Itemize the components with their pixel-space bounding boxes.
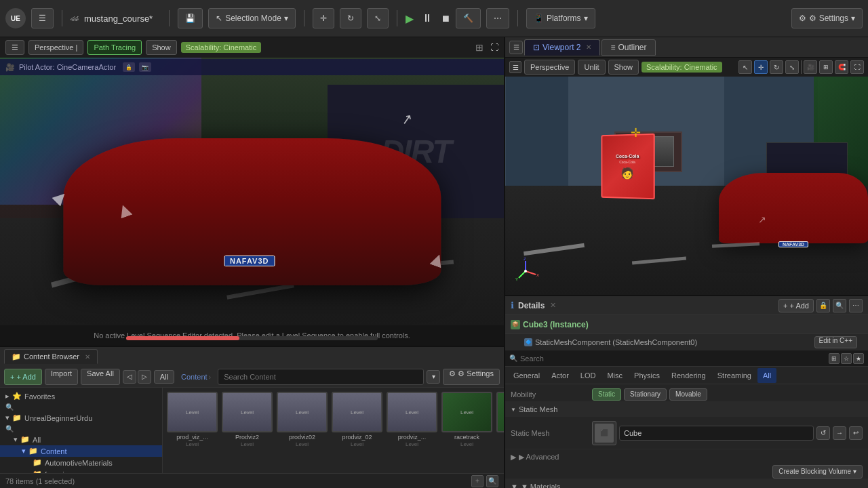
scalability-badge-vp1[interactable]: Scalability: Cinematic	[181, 42, 262, 53]
settings-button[interactable]: ⚙ ⚙ Settings ▾	[791, 8, 863, 28]
tab-all[interactable]: All	[757, 368, 776, 383]
vp2-menu-button[interactable]: ☰	[509, 61, 521, 73]
vp2-grid-button[interactable]: ⊞	[819, 60, 833, 74]
details-more-button[interactable]: ⋯	[849, 299, 863, 312]
mobility-movable-button[interactable]: Movable	[669, 388, 707, 401]
vp2-scalability-badge[interactable]: Scalability: Cinematic	[642, 62, 722, 73]
vp2-perspective-button[interactable]: Perspective	[524, 60, 575, 75]
pause-button[interactable]: ⏸	[422, 12, 433, 24]
vp2-select-button[interactable]: ↖	[738, 60, 752, 74]
details-lock-button[interactable]: 🔒	[816, 299, 830, 312]
viewport2[interactable]: ☰ Perspective Unlit Show Scalability: Ci…	[505, 58, 868, 295]
vp2-rotate-button[interactable]: ↻	[770, 60, 783, 74]
tab-general[interactable]: General	[508, 368, 545, 383]
details-list-view-button[interactable]: ☆	[841, 353, 852, 364]
mobility-stationary-button[interactable]: Stationary	[624, 388, 667, 401]
search-asset-button[interactable]: 🔍	[486, 475, 498, 487]
edit-in-cpp-button[interactable]: Edit in C++	[814, 336, 857, 348]
grid-layout-icon[interactable]: ⊞	[475, 42, 484, 53]
build-button[interactable]: 🔨	[456, 8, 481, 28]
tree-item-ferrari[interactable]: 📁 ferrari	[0, 468, 162, 473]
add-component-button[interactable]: + + Add	[778, 299, 814, 312]
content-browser-close-icon[interactable]: ✕	[85, 353, 90, 361]
mobility-static-button[interactable]: Static	[592, 388, 621, 401]
viewport-menu-button[interactable]: ☰	[509, 41, 523, 54]
list-item[interactable]: Level racetrack Level	[441, 392, 492, 447]
camera-view-button[interactable]: 📷	[139, 62, 151, 72]
maximize-button-vp1[interactable]: ⛶	[490, 43, 498, 52]
hamburger-vp1[interactable]: ☰	[5, 40, 24, 55]
tree-item-favorites[interactable]: ▸ ⭐ Favorites	[0, 390, 162, 402]
add-content-button[interactable]: + + Add	[4, 369, 42, 385]
path-tracing-button[interactable]: Path Tracing	[87, 40, 142, 55]
vp2-show-button[interactable]: Show	[608, 60, 639, 75]
tree-item-urdu[interactable]: ▾ 📁 UnrealBeginnerUrdu	[0, 412, 162, 424]
list-item[interactable]: Level prod_viz_... Level	[167, 392, 218, 447]
tree-item-automotive[interactable]: 📁 AutomotiveMaterials	[0, 457, 162, 468]
stop-button[interactable]: ⏹	[441, 13, 450, 24]
add-asset-button[interactable]: +	[471, 475, 484, 487]
list-item[interactable]: Level rainforest_... Level	[496, 392, 504, 447]
tree-item-content[interactable]: ▾ 📁 Content	[0, 445, 162, 457]
tab-streaming[interactable]: Streaming	[712, 368, 757, 383]
more-button[interactable]: ⋯	[486, 8, 509, 28]
vp2-maximize-button[interactable]: ⛶	[850, 60, 864, 74]
history-forward-button[interactable]: ▷	[138, 370, 151, 384]
advanced-row[interactable]: ▶ ▶ Advanced	[505, 449, 868, 464]
mesh-arrow-button[interactable]: →	[833, 426, 846, 440]
list-item[interactable]: Level prodviz_... Level	[387, 392, 437, 447]
tab-physics[interactable]: Physics	[629, 368, 665, 383]
materials-header[interactable]: ▼ ▼ Materials	[505, 479, 868, 488]
vp2-scale-button[interactable]: ⤡	[785, 60, 799, 74]
list-item[interactable]: Level prodviz02 Level	[277, 392, 328, 447]
content-search-input[interactable]	[218, 369, 424, 385]
rotate-button[interactable]: ↻	[340, 8, 361, 28]
create-blocking-volume-button[interactable]: Create Blocking Volume ▾	[772, 465, 863, 479]
tab-lod[interactable]: LOD	[575, 368, 601, 383]
viewport2-close-icon[interactable]: ✕	[586, 43, 591, 51]
tab-actor[interactable]: Actor	[546, 368, 574, 383]
mesh-browse-button[interactable]: ↺	[816, 426, 830, 440]
tab-rendering[interactable]: Rendering	[666, 368, 711, 383]
details-search-button[interactable]: 🔍	[833, 299, 846, 312]
import-button[interactable]: Import	[45, 369, 78, 385]
all-filter-button[interactable]: All	[154, 370, 174, 384]
details-close-button[interactable]: ✕	[550, 301, 556, 310]
vp2-camera-button[interactable]: 🎥	[804, 60, 817, 74]
play-button[interactable]: ▶	[406, 12, 414, 25]
vp2-unlit-button[interactable]: Unlit	[578, 60, 605, 75]
content-settings-button[interactable]: ⚙ ⚙ Settings	[443, 369, 500, 385]
save-button[interactable]: 💾	[178, 8, 203, 28]
details-bookmark-button[interactable]: ★	[853, 353, 864, 364]
history-back-button[interactable]: ◁	[123, 370, 136, 384]
details-grid-view-button[interactable]: ⊞	[829, 353, 840, 364]
list-item[interactable]: Level Prodviz2 Level	[222, 392, 273, 447]
outliner-tab[interactable]: ≡ Outliner	[601, 39, 655, 56]
camera-lock-button[interactable]: 🔒	[123, 62, 135, 72]
mesh-name-input[interactable]	[619, 426, 814, 441]
platforms-button[interactable]: 📱 Platforms ▾	[526, 8, 595, 28]
svg-line-0	[526, 271, 536, 274]
tree-search[interactable]: 🔍	[0, 402, 162, 412]
tab-misc[interactable]: Misc	[601, 368, 628, 383]
save-all-button[interactable]: Save All	[81, 369, 120, 385]
viewport1[interactable]: ☰ Perspective | Path Tracing Show Scalab…	[0, 37, 504, 346]
coca-cola-box[interactable]: Coca-Cola Coca-Cola 🧑	[601, 134, 654, 200]
vp2-transform-button[interactable]: ✛	[754, 60, 768, 74]
translate-button[interactable]: ✛	[313, 8, 334, 28]
mesh-reset-button[interactable]: ↩	[849, 426, 863, 440]
menu-button[interactable]: ☰	[31, 8, 54, 28]
content-browser-tab[interactable]: 📁 Content Browser ✕	[4, 349, 98, 364]
scale-button[interactable]: ⤡	[367, 8, 389, 28]
viewport2-tab[interactable]: ⊡ Viewport 2 ✕	[524, 39, 600, 56]
details-search-input[interactable]	[520, 354, 826, 363]
filter-button[interactable]: ▾	[427, 370, 440, 384]
list-item[interactable]: Level prodviz_02 Level	[332, 392, 382, 447]
show-button-vp1[interactable]: Show	[146, 40, 177, 55]
selection-mode-button[interactable]: ↖ Selection Mode ▾	[208, 8, 296, 28]
perspective-button[interactable]: Perspective |	[28, 40, 83, 55]
tree-search-2[interactable]: 🔍	[0, 424, 162, 434]
static-mesh-section-header[interactable]: ▼ Static Mesh	[505, 402, 868, 417]
tree-item-all[interactable]: ▾ 📁 All	[0, 434, 162, 445]
vp2-snap-button[interactable]: 🧲	[835, 60, 848, 74]
